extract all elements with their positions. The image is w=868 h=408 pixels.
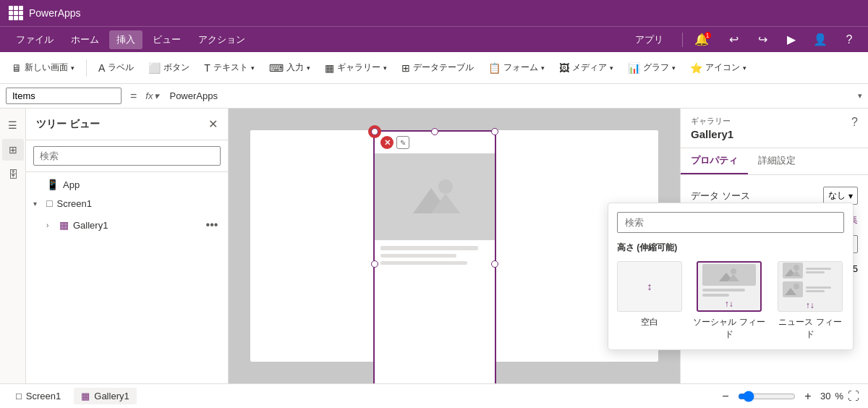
icon-icon: ⭐ [690,62,702,74]
menu-file[interactable]: ファイル [9,30,61,49]
zoom-controls: − + 30 % ⛶ [718,388,859,404]
menu-insert[interactable]: 挿入 [109,30,142,49]
resize-handle-mr[interactable] [491,260,498,268]
toolbar-chart[interactable]: 📊 グラフ ▾ [622,59,681,77]
equals-sign: = [126,90,141,103]
undo-btn[interactable]: ↩ [723,30,744,50]
layout-options: ↕ 空白 ↑↓ [617,261,844,341]
chart-icon: 📊 [628,62,640,74]
tree-item-gallery1[interactable]: › ▦ Gallery1 ••• [26,213,228,237]
toolbar-form[interactable]: 📋 フォーム ▾ [482,59,550,77]
toolbar-button[interactable]: ⬜ ボタン [142,59,195,77]
layout-search-input[interactable] [617,212,844,233]
new-screen-icon: 🖥 [12,62,22,74]
more-options-icon[interactable]: ••• [203,216,221,234]
play-btn[interactable]: ▶ [781,30,801,50]
svg-point-13 [793,284,799,289]
app-label: App [63,179,80,190]
fullscreen-icon[interactable]: ⛶ [848,390,859,403]
chevron-down-icon: ▾ [71,64,75,72]
toolbar-icon[interactable]: ⭐ アイコン ▾ [684,59,752,77]
dropdown-section-label: 高さ (伸縮可能) [617,242,844,254]
expand-chevron-icon: › [46,221,55,229]
svg-point-1 [438,179,453,194]
layout-dropdown-overlay: 高さ (伸縮可能) ↕ 空白 [608,203,854,350]
bell-icon-btn[interactable]: 🔔1 [694,30,715,50]
toolbar-label[interactable]: A ラベル [93,59,140,77]
tab-properties[interactable]: プロパティ [681,148,748,174]
fx-button[interactable]: fx ▾ [145,90,159,101]
sidebar-search-area [26,140,228,172]
button-icon: ⬜ [148,62,161,74]
gallery-tree-icon: ▦ [59,219,69,231]
social-thumb: ↑↓ [697,261,762,312]
screen1-tab[interactable]: □ Screen1 [9,388,68,404]
layout-option-news[interactable]: ↑↓ ニュース フィード [776,261,844,341]
toolbar-text[interactable]: T テキスト ▾ [198,59,260,77]
toolbar-datatable[interactable]: ⊞ データテーブル [396,59,480,77]
tab-advanced[interactable]: 詳細設定 [748,148,806,174]
screen-icon: □ [46,197,52,209]
gallery-content-area [375,240,495,298]
resize-handle-tr[interactable] [491,128,498,135]
menu-bar: ファイル ホーム 挿入 ビュー アクション アプリ 🔔1 ↩ ↪ ▶ 👤 ? [0,26,868,52]
resize-handle-tl[interactable] [371,128,378,135]
title-bar: PowerApps [0,0,868,26]
panel-header: ギャラリー Gallery1 ? [681,109,868,148]
formula-bar: = fx ▾ ▾ [0,84,868,109]
search-input[interactable] [33,146,221,166]
menu-app[interactable]: アプリ [628,30,671,49]
zoom-slider[interactable] [738,391,796,402]
help-icon[interactable]: ? [851,116,858,129]
waffle-icon[interactable] [9,6,23,20]
toolbar-new-screen[interactable]: 🖥 新しい画面 ▾ [6,59,80,77]
svg-point-9 [793,265,799,271]
close-icon[interactable]: ✕ [208,117,218,131]
layout-option-social[interactable]: ↑↓ ソーシャル フィード [691,261,767,341]
tree-item-actions: ••• [203,216,221,234]
tree-item-app[interactable]: 📱 App [26,175,228,194]
data-icon-btn[interactable]: 🗄 [2,163,24,185]
zoom-value: 30 [820,391,830,401]
resize-handle-tm[interactable] [431,128,438,135]
chevron-down-icon: ▾ [672,64,676,72]
zoom-plus-btn[interactable]: + [800,388,816,404]
user-btn[interactable]: 👤 [810,30,830,50]
chevron-down-icon: ▾ [848,191,853,201]
gallery-edit-btn[interactable]: ✎ [396,136,409,149]
menu-bar-right: アプリ 🔔1 ↩ ↪ ▶ 👤 ? [628,30,859,50]
toolbar-input[interactable]: ⌨ 入力 ▾ [263,59,316,77]
menu-view[interactable]: ビュー [145,30,188,49]
menu-action[interactable]: アクション [191,30,252,49]
chevron-down-icon: ▾ [541,64,545,72]
layers-icon-btn[interactable]: ⊞ [2,139,24,161]
resize-handle-ml[interactable] [371,260,378,268]
menu-home[interactable]: ホーム [64,30,106,49]
input-icon: ⌨ [269,62,284,74]
sidebar-tree: 📱 App ▾ □ Screen1 › ▦ Gallery1 ••• [26,172,228,383]
gallery-delete-btn[interactable]: ✕ [380,136,393,149]
svg-point-5 [731,268,736,274]
gallery-line-2 [380,254,456,258]
gallery-widget[interactable]: ✕ ✕ ✎ ✕ ✓ [373,130,496,383]
toolbar: 🖥 新しい画面 ▾ A ラベル ⬜ ボタン T テキスト ▾ ⌨ 入力 ▾ ▦ … [0,52,868,84]
sidebar-icon-strip: ☰ ⊞ 🗄 [0,109,26,383]
sidebar-title: ツリー ビュー [36,118,100,131]
property-selector[interactable] [6,88,122,104]
toolbar-gallery[interactable]: ▦ ギャラリー ▾ [319,59,393,77]
menu-icon-btn[interactable]: ☰ [2,114,24,136]
blank-thumb: ↕ [617,261,682,312]
help-btn[interactable]: ? [839,30,859,50]
formula-expand-icon[interactable]: ▾ [858,91,862,101]
zoom-minus-btn[interactable]: − [718,388,733,404]
news-thumb: ↑↓ [778,261,843,312]
gallery1-tab[interactable]: ▦ Gallery1 [74,388,136,404]
chevron-down-icon: ▾ [307,64,310,72]
toolbar-media[interactable]: 🖼 メディア ▾ [553,59,619,77]
layout-option-blank[interactable]: ↕ 空白 [617,261,682,341]
tree-item-screen1[interactable]: ▾ □ Screen1 [26,194,228,213]
formula-input[interactable] [163,90,854,101]
zoom-unit: % [835,391,843,401]
redo-btn[interactable]: ↪ [752,30,773,50]
fx-chevron-icon: ▾ [154,90,159,101]
